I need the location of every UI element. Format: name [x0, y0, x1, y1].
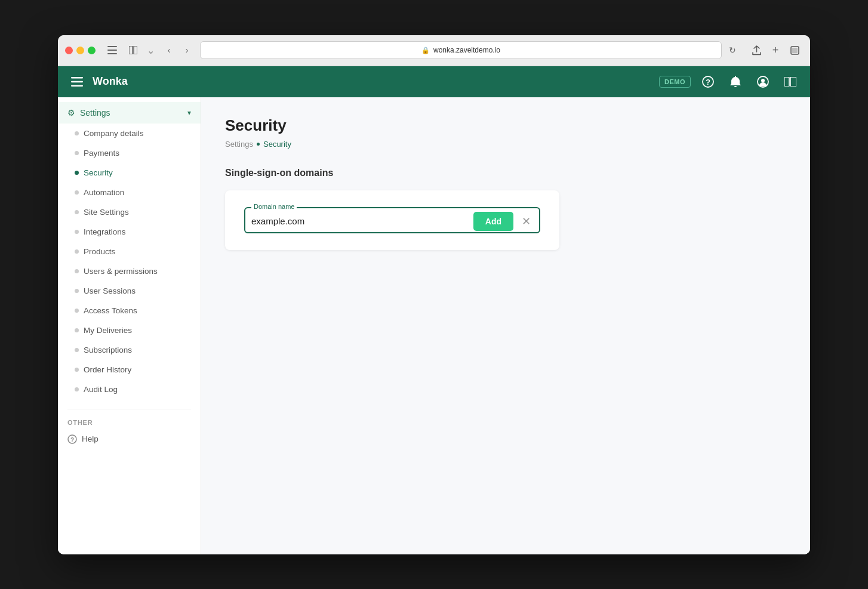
bullet-icon: [75, 131, 79, 135]
bullet-icon: [75, 309, 79, 313]
sso-card: Domain name Add ✕: [225, 190, 559, 250]
sidebar-item-access-tokens[interactable]: Access Tokens: [58, 301, 201, 320]
sidebar-label-site-settings: Site Settings: [84, 208, 129, 217]
windows-button[interactable]: [786, 42, 803, 58]
sidebar-toggle-button-2[interactable]: [127, 44, 140, 57]
close-icon: ✕: [522, 215, 531, 228]
svg-text:?: ?: [706, 78, 710, 87]
browser-toolbar: ⌄ ‹ › 🔒 wonka.zaveitdemo.io ↻ +: [58, 35, 810, 66]
forward-button[interactable]: ›: [178, 42, 195, 58]
breadcrumb-settings[interactable]: Settings: [225, 140, 253, 149]
nav-buttons: ‹ ›: [161, 42, 195, 58]
sidebar-item-order-history[interactable]: Order History: [58, 360, 201, 380]
sidebar-item-products[interactable]: Products: [58, 242, 201, 261]
domain-input-group: Domain name Add ✕: [244, 207, 540, 233]
sidebar-item-site-settings[interactable]: Site Settings: [58, 202, 201, 222]
breadcrumb-separator: [257, 143, 260, 146]
close-traffic-light[interactable]: [65, 47, 73, 54]
bullet-icon: [75, 269, 79, 273]
sidebar-item-users-permissions[interactable]: Users & permissions: [58, 261, 201, 281]
sidebar-label-company-details: Company details: [84, 129, 144, 138]
lock-icon: 🔒: [421, 47, 430, 54]
sidebar-item-security[interactable]: Security: [58, 163, 201, 183]
top-nav: Wonka DEMO ?: [58, 66, 810, 97]
sidebar-label-subscriptions: Subscriptions: [84, 346, 132, 354]
bullet-icon: [75, 151, 79, 155]
browser-window: ⌄ ‹ › 🔒 wonka.zaveitdemo.io ↻ +: [58, 35, 810, 554]
svg-rect-0: [107, 46, 117, 47]
svg-rect-14: [784, 77, 789, 87]
sidebar-item-user-sessions[interactable]: User Sessions: [58, 281, 201, 301]
sidebar-settings-label: Settings: [80, 108, 110, 118]
sidebar-toggle-button[interactable]: [105, 44, 119, 57]
address-bar[interactable]: 🔒 wonka.zaveitdemo.io: [200, 41, 722, 59]
back-button[interactable]: ‹: [161, 42, 177, 58]
sso-section-title: Single-sign-on domains: [225, 168, 786, 178]
sidebar-item-integrations[interactable]: Integrations: [58, 222, 201, 242]
svg-point-13: [761, 79, 765, 82]
traffic-lights: [65, 47, 96, 54]
bullet-icon: [75, 171, 79, 175]
sidebar-help-item[interactable]: ? Help: [58, 428, 201, 450]
maximize-traffic-light[interactable]: [88, 47, 96, 54]
bullet-icon: [75, 328, 79, 332]
sidebar-settings-section: ⚙ Settings ▾ Company details Payments: [58, 97, 201, 404]
browser-actions: +: [748, 42, 803, 58]
layout-toggle-button[interactable]: [780, 72, 801, 92]
domain-name-input[interactable]: [251, 212, 467, 230]
new-tab-button[interactable]: +: [767, 42, 784, 58]
hamburger-menu-button[interactable]: [67, 73, 87, 90]
sidebar-item-payments[interactable]: Payments: [58, 143, 201, 163]
sidebar-label-access-tokens: Access Tokens: [84, 306, 137, 315]
sidebar-item-automation[interactable]: Automation: [58, 183, 201, 202]
svg-rect-8: [71, 81, 83, 82]
bullet-icon: [75, 387, 79, 391]
svg-rect-9: [71, 85, 83, 87]
close-domain-input-button[interactable]: ✕: [519, 212, 533, 230]
bullet-icon: [75, 190, 79, 195]
sidebar-label-integrations: Integrations: [84, 227, 126, 236]
bullet-icon: [75, 289, 79, 293]
sidebar-item-my-deliveries[interactable]: My Deliveries: [58, 320, 201, 340]
sidebar-label-user-sessions: User Sessions: [84, 286, 136, 295]
sidebar: ⚙ Settings ▾ Company details Payments: [58, 97, 201, 554]
svg-rect-1: [107, 50, 117, 51]
sso-section: Single-sign-on domains Domain name Add ✕: [225, 168, 786, 250]
app-title: Wonka: [93, 75, 659, 88]
bullet-icon: [75, 368, 79, 372]
breadcrumb: Settings Security: [225, 140, 786, 149]
main-content: Security Settings Security Single-sign-o…: [201, 97, 810, 554]
reload-button[interactable]: ↻: [727, 43, 738, 57]
breadcrumb-current: Security: [263, 140, 291, 149]
svg-rect-4: [134, 46, 137, 54]
sidebar-divider: [67, 409, 191, 409]
url-text: wonka.zaveitdemo.io: [433, 46, 500, 54]
sidebar-help-label: Help: [82, 434, 99, 443]
bullet-icon: [75, 230, 79, 234]
svg-rect-6: [792, 48, 798, 53]
page-title: Security: [225, 116, 786, 135]
minimize-traffic-light[interactable]: [76, 47, 84, 54]
sidebar-label-security: Security: [84, 168, 113, 177]
chevron-down-icon: ⌄: [147, 45, 155, 56]
sidebar-label-audit-log: Audit Log: [84, 385, 118, 394]
sidebar-label-my-deliveries: My Deliveries: [84, 326, 132, 335]
domain-name-label: Domain name: [251, 203, 297, 210]
main-layout: ⚙ Settings ▾ Company details Payments: [58, 97, 810, 554]
sidebar-settings-header[interactable]: ⚙ Settings ▾: [58, 102, 201, 124]
sidebar-item-subscriptions[interactable]: Subscriptions: [58, 340, 201, 360]
notifications-button[interactable]: [725, 72, 746, 92]
share-button[interactable]: [748, 42, 765, 58]
sidebar-label-automation: Automation: [84, 188, 124, 197]
help-nav-button[interactable]: ?: [698, 72, 718, 92]
sidebar-item-company-details[interactable]: Company details: [58, 124, 201, 143]
app-container: Wonka DEMO ?: [58, 66, 810, 554]
user-avatar-button[interactable]: [753, 72, 773, 92]
help-circle-icon: ?: [67, 434, 77, 444]
add-domain-button[interactable]: Add: [473, 212, 513, 231]
nav-right: DEMO ?: [659, 72, 801, 92]
svg-rect-3: [129, 46, 133, 54]
svg-rect-7: [71, 77, 83, 79]
bullet-icon: [75, 210, 79, 214]
sidebar-item-audit-log[interactable]: Audit Log: [58, 380, 201, 399]
